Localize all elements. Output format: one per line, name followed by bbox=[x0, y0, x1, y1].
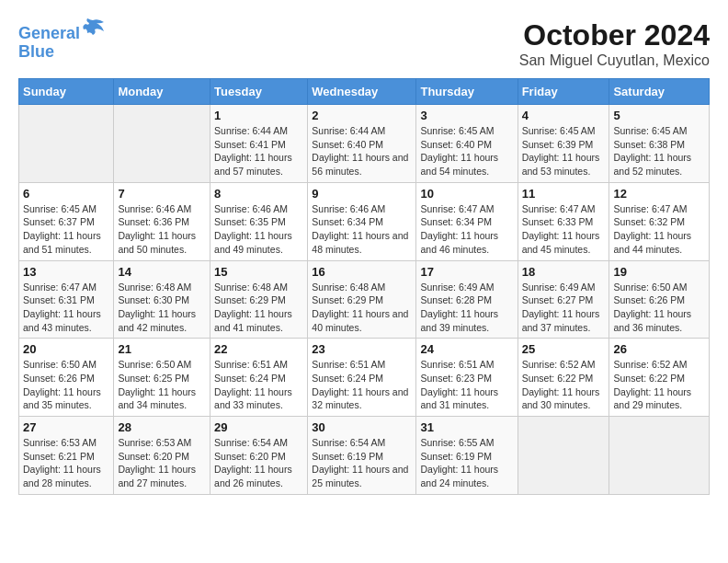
sunrise: Sunrise: 6:53 AM bbox=[118, 437, 191, 448]
sunset: Sunset: 6:28 PM bbox=[420, 294, 492, 305]
calendar-week-row: 6 Sunrise: 6:45 AM Sunset: 6:37 PM Dayli… bbox=[19, 182, 710, 260]
calendar-cell: 18 Sunrise: 6:49 AM Sunset: 6:27 PM Dayl… bbox=[518, 260, 609, 339]
daylight: Daylight: 11 hours and 34 minutes. bbox=[118, 386, 196, 411]
sunset: Sunset: 6:34 PM bbox=[420, 216, 492, 227]
sunset: Sunset: 6:33 PM bbox=[522, 216, 594, 227]
calendar-week-row: 20 Sunrise: 6:50 AM Sunset: 6:26 PM Dayl… bbox=[19, 339, 710, 417]
daylight: Daylight: 11 hours and 30 minutes. bbox=[522, 386, 600, 411]
sunrise: Sunrise: 6:52 AM bbox=[613, 359, 687, 370]
day-number: 14 bbox=[118, 265, 206, 279]
day-info: Sunrise: 6:45 AM Sunset: 6:39 PM Dayligh… bbox=[522, 124, 606, 178]
daylight: Daylight: 11 hours and 31 minutes. bbox=[420, 386, 498, 411]
sunrise: Sunrise: 6:52 AM bbox=[522, 359, 596, 370]
sunset: Sunset: 6:40 PM bbox=[312, 139, 383, 150]
logo-general: General bbox=[18, 24, 80, 42]
logo-blue: Blue bbox=[18, 43, 106, 62]
calendar-cell: 15 Sunrise: 6:48 AM Sunset: 6:29 PM Dayl… bbox=[210, 260, 308, 339]
calendar-table: SundayMondayTuesdayWednesdayThursdayFrid… bbox=[18, 78, 710, 495]
sunset: Sunset: 6:37 PM bbox=[23, 216, 95, 227]
day-number: 23 bbox=[312, 342, 412, 356]
sunrise: Sunrise: 6:49 AM bbox=[420, 282, 494, 293]
sunrise: Sunrise: 6:44 AM bbox=[312, 125, 385, 136]
daylight: Daylight: 11 hours and 32 minutes. bbox=[312, 386, 408, 411]
calendar-cell: 31 Sunrise: 6:55 AM Sunset: 6:19 PM Dayl… bbox=[416, 417, 518, 495]
daylight: Daylight: 11 hours and 54 minutes. bbox=[420, 152, 498, 177]
calendar-cell: 16 Sunrise: 6:48 AM Sunset: 6:29 PM Dayl… bbox=[308, 260, 416, 339]
day-info: Sunrise: 6:51 AM Sunset: 6:23 PM Dayligh… bbox=[420, 358, 513, 412]
day-info: Sunrise: 6:52 AM Sunset: 6:22 PM Dayligh… bbox=[522, 358, 606, 412]
day-number: 11 bbox=[522, 187, 606, 201]
day-info: Sunrise: 6:51 AM Sunset: 6:24 PM Dayligh… bbox=[214, 358, 303, 412]
sunset: Sunset: 6:19 PM bbox=[312, 451, 383, 462]
calendar-cell: 10 Sunrise: 6:47 AM Sunset: 6:34 PM Dayl… bbox=[416, 182, 518, 260]
day-number: 7 bbox=[118, 187, 206, 201]
sunset: Sunset: 6:32 PM bbox=[613, 216, 685, 227]
day-number: 5 bbox=[613, 109, 705, 122]
calendar-subtitle: San Miguel Cuyutlan, Mexico bbox=[519, 52, 710, 69]
day-number: 27 bbox=[23, 420, 109, 434]
day-info: Sunrise: 6:46 AM Sunset: 6:34 PM Dayligh… bbox=[312, 202, 412, 257]
day-info: Sunrise: 6:47 AM Sunset: 6:31 PM Dayligh… bbox=[23, 281, 109, 335]
sunrise: Sunrise: 6:45 AM bbox=[522, 125, 596, 136]
day-info: Sunrise: 6:45 AM Sunset: 6:40 PM Dayligh… bbox=[420, 124, 513, 178]
calendar-cell: 20 Sunrise: 6:50 AM Sunset: 6:26 PM Dayl… bbox=[19, 339, 114, 417]
sunrise: Sunrise: 6:50 AM bbox=[23, 359, 97, 370]
calendar-cell: 6 Sunrise: 6:45 AM Sunset: 6:37 PM Dayli… bbox=[19, 182, 114, 260]
daylight: Daylight: 11 hours and 26 minutes. bbox=[214, 464, 292, 488]
sunset: Sunset: 6:31 PM bbox=[23, 294, 95, 305]
calendar-cell: 3 Sunrise: 6:45 AM Sunset: 6:40 PM Dayli… bbox=[416, 105, 518, 183]
sunrise: Sunrise: 6:49 AM bbox=[522, 282, 596, 293]
day-number: 12 bbox=[613, 187, 705, 201]
daylight: Daylight: 11 hours and 53 minutes. bbox=[522, 152, 600, 177]
calendar-cell: 2 Sunrise: 6:44 AM Sunset: 6:40 PM Dayli… bbox=[308, 105, 416, 183]
sunrise: Sunrise: 6:46 AM bbox=[214, 203, 288, 214]
day-info: Sunrise: 6:46 AM Sunset: 6:35 PM Dayligh… bbox=[214, 202, 303, 257]
calendar-cell: 1 Sunrise: 6:44 AM Sunset: 6:41 PM Dayli… bbox=[210, 105, 308, 183]
calendar-cell: 30 Sunrise: 6:54 AM Sunset: 6:19 PM Dayl… bbox=[308, 417, 416, 495]
sunrise: Sunrise: 6:48 AM bbox=[312, 282, 385, 293]
day-info: Sunrise: 6:47 AM Sunset: 6:33 PM Dayligh… bbox=[522, 202, 606, 257]
day-info: Sunrise: 6:49 AM Sunset: 6:27 PM Dayligh… bbox=[522, 281, 606, 335]
calendar-cell: 22 Sunrise: 6:51 AM Sunset: 6:24 PM Dayl… bbox=[210, 339, 308, 417]
calendar-cell: 25 Sunrise: 6:52 AM Sunset: 6:22 PM Dayl… bbox=[518, 339, 609, 417]
daylight: Daylight: 11 hours and 57 minutes. bbox=[214, 152, 292, 177]
logo: General Blue bbox=[18, 18, 106, 62]
day-info: Sunrise: 6:44 AM Sunset: 6:40 PM Dayligh… bbox=[312, 124, 412, 178]
sunset: Sunset: 6:34 PM bbox=[312, 216, 383, 227]
day-number: 16 bbox=[312, 265, 412, 279]
daylight: Daylight: 11 hours and 50 minutes. bbox=[118, 230, 196, 255]
calendar-cell: 4 Sunrise: 6:45 AM Sunset: 6:39 PM Dayli… bbox=[518, 105, 609, 183]
sunrise: Sunrise: 6:47 AM bbox=[613, 203, 687, 214]
day-info: Sunrise: 6:48 AM Sunset: 6:30 PM Dayligh… bbox=[118, 281, 206, 335]
calendar-week-row: 27 Sunrise: 6:53 AM Sunset: 6:21 PM Dayl… bbox=[19, 417, 710, 495]
weekday-header: Monday bbox=[114, 79, 210, 105]
day-number: 31 bbox=[420, 420, 513, 434]
calendar-cell: 12 Sunrise: 6:47 AM Sunset: 6:32 PM Dayl… bbox=[609, 182, 710, 260]
sunrise: Sunrise: 6:50 AM bbox=[118, 359, 191, 370]
day-info: Sunrise: 6:50 AM Sunset: 6:25 PM Dayligh… bbox=[118, 358, 206, 412]
day-info: Sunrise: 6:44 AM Sunset: 6:41 PM Dayligh… bbox=[214, 124, 303, 178]
sunset: Sunset: 6:26 PM bbox=[23, 373, 95, 384]
sunrise: Sunrise: 6:51 AM bbox=[312, 359, 385, 370]
sunrise: Sunrise: 6:46 AM bbox=[118, 203, 191, 214]
calendar-cell: 7 Sunrise: 6:46 AM Sunset: 6:36 PM Dayli… bbox=[114, 182, 210, 260]
day-info: Sunrise: 6:55 AM Sunset: 6:19 PM Dayligh… bbox=[420, 436, 513, 490]
sunrise: Sunrise: 6:54 AM bbox=[214, 437, 288, 448]
day-number: 19 bbox=[613, 265, 705, 279]
calendar-cell: 13 Sunrise: 6:47 AM Sunset: 6:31 PM Dayl… bbox=[19, 260, 114, 339]
day-info: Sunrise: 6:51 AM Sunset: 6:24 PM Dayligh… bbox=[312, 358, 412, 412]
sunset: Sunset: 6:39 PM bbox=[522, 139, 594, 150]
daylight: Daylight: 11 hours and 46 minutes. bbox=[420, 230, 498, 255]
daylight: Daylight: 11 hours and 49 minutes. bbox=[214, 230, 292, 255]
day-number: 4 bbox=[522, 109, 606, 122]
day-info: Sunrise: 6:48 AM Sunset: 6:29 PM Dayligh… bbox=[312, 281, 412, 335]
daylight: Daylight: 11 hours and 52 minutes. bbox=[613, 152, 691, 177]
day-number: 6 bbox=[23, 187, 109, 201]
title-block: October 2024 San Miguel Cuyutlan, Mexico bbox=[519, 18, 710, 69]
sunrise: Sunrise: 6:50 AM bbox=[613, 282, 687, 293]
daylight: Daylight: 11 hours and 35 minutes. bbox=[23, 386, 101, 411]
calendar-cell bbox=[518, 417, 609, 495]
sunrise: Sunrise: 6:48 AM bbox=[118, 282, 191, 293]
daylight: Daylight: 11 hours and 37 minutes. bbox=[522, 308, 600, 333]
day-info: Sunrise: 6:46 AM Sunset: 6:36 PM Dayligh… bbox=[118, 202, 206, 257]
